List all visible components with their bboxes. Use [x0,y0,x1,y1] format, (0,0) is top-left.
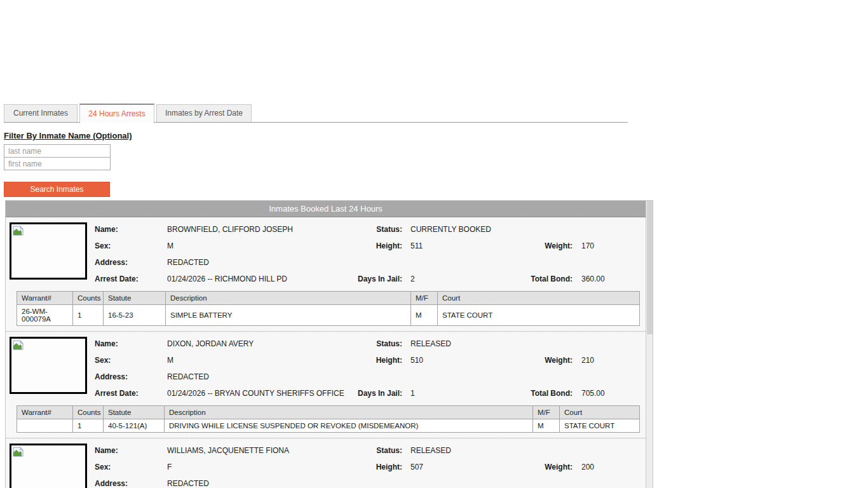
tab-current-inmates[interactable]: Current Inmates [4,104,78,122]
days-in-jail-value: 2 [402,274,522,283]
inmates-panel: Inmates Booked Last 24 Hours Name: BROWN… [5,200,653,488]
arrest-date-label: Arrest Date: [95,389,167,398]
address-value: REDACTED [167,258,350,267]
statute-header: Statute [104,406,165,419]
court-cell: STATE COURT [560,419,640,433]
weight-value: 170 [573,241,642,250]
height-value: 511 [402,241,522,250]
mf-cell: M [411,305,438,326]
search-inmates-button[interactable]: Search Inmates [4,182,110,197]
sex-label: Sex: [95,463,167,471]
filter-title: Filter By Inmate Name (Optional) [4,131,868,140]
counts-cell: 1 [73,419,104,433]
status-label: Status: [350,339,402,348]
address-label: Address: [95,258,167,267]
panel-scrollbar[interactable] [646,201,653,488]
days-in-jail-label: Days In Jail: [350,389,402,398]
height-value: 507 [402,463,522,471]
days-in-jail-label: Days In Jail: [350,274,402,283]
court-header: Court [438,292,640,305]
scrollbar-thumb[interactable] [647,201,653,334]
inmate-photo [10,337,87,394]
warrant-cell [17,419,73,433]
mf-header: M/F [411,292,438,305]
name-label: Name: [95,446,167,455]
court-header: Court [560,406,640,419]
name-value: WILLIAMS, JACQUENETTE FIONA [167,446,350,455]
tab-24-hours-arrests[interactable]: 24 Hours Arrests [79,104,154,123]
description-cell: DRIVING WHILE LICENSE SUSPENDED OR REVOK… [165,419,533,433]
inmate-record: Name: WILLIAMS, JACQUENETTE FIONA Status… [6,438,646,488]
mf-header: M/F [533,406,560,419]
description-cell: SIMPLE BATTERY [166,305,411,326]
description-header: Description [165,406,533,419]
sex-label: Sex: [95,356,167,365]
court-cell: STATE COURT [438,305,640,326]
statute-cell: 40-5-121(A) [104,419,165,433]
tab-strip: Current Inmates 24 Hours Arrests Inmates… [4,104,628,123]
statute-cell: 16-5-23 [104,305,166,326]
address-label: Address: [95,372,167,381]
sex-value: F [167,463,350,471]
counts-cell: 1 [73,305,104,326]
weight-label: Weight: [522,241,573,250]
description-header: Description [166,292,411,305]
address-label: Address: [95,479,167,488]
statute-header: Statute [104,292,166,305]
weight-label: Weight: [522,463,573,471]
status-label: Status: [350,225,402,234]
arrest-date-value: 01/24/2026 -- BRYAN COUNTY SHERIFFS OFFI… [167,389,350,398]
inmates-panel-content: Inmates Booked Last 24 Hours Name: BROWN… [6,201,646,488]
charges-table: Warrant# Counts Statute Description M/F … [17,405,640,433]
address-value: REDACTED [167,479,350,488]
warrant-cell: 26-WM-000079A [17,305,73,326]
inmate-record: Name: DIXON, JORDAN AVERY Status: RELEAS… [6,332,646,438]
counts-header: Counts [73,406,104,419]
total-bond-value: 705.00 [573,389,642,398]
tab-inmates-by-arrest-date[interactable]: Inmates by Arrest Date [156,104,252,122]
broken-image-icon [13,340,24,350]
height-value: 510 [402,356,522,365]
sex-value: M [167,241,350,250]
status-value: CURRENTLY BOOKED [402,225,522,234]
total-bond-value: 360.00 [573,274,642,283]
total-bond-label: Total Bond: [522,389,573,398]
total-bond-label: Total Bond: [522,274,573,283]
weight-value: 200 [573,463,642,471]
warrant-header: Warrant# [17,406,73,419]
charge-row: 1 40-5-121(A) DRIVING WHILE LICENSE SUSP… [17,419,640,433]
weight-label: Weight: [522,356,573,365]
name-value: BROWNFIELD, CLIFFORD JOSEPH [167,225,350,234]
last-name-input[interactable] [4,144,111,158]
arrest-date-value: 01/24/2026 -- RICHMOND HILL PD [167,274,350,283]
broken-image-icon [13,226,24,236]
mf-cell: M [533,419,560,433]
sex-value: M [167,356,350,365]
counts-header: Counts [73,292,104,305]
status-value: RELEASED [402,339,522,348]
days-in-jail-value: 1 [402,389,522,398]
charge-row: 26-WM-000079A 1 16-5-23 SIMPLE BATTERY M… [17,305,640,326]
height-label: Height: [350,463,402,471]
inmate-record: Name: BROWNFIELD, CLIFFORD JOSEPH Status… [6,217,646,332]
panel-title: Inmates Booked Last 24 Hours [6,201,646,217]
charges-header-row: Warrant# Counts Statute Description M/F … [17,292,640,305]
broken-image-icon [13,447,24,457]
address-value: REDACTED [167,372,350,381]
status-label: Status: [350,446,402,455]
charges-table: Warrant# Counts Statute Description M/F … [17,291,640,326]
status-value: RELEASED [402,446,522,455]
weight-value: 210 [573,356,642,365]
first-name-input[interactable] [4,157,111,170]
inmate-photo [10,222,87,280]
height-label: Height: [350,356,402,365]
inmate-photo [10,444,87,488]
name-label: Name: [95,339,167,348]
name-value: DIXON, JORDAN AVERY [167,339,350,348]
name-label: Name: [95,225,167,234]
arrest-date-label: Arrest Date: [95,274,167,283]
charges-header-row: Warrant# Counts Statute Description M/F … [17,406,640,419]
sex-label: Sex: [95,241,167,250]
warrant-header: Warrant# [17,292,73,305]
height-label: Height: [350,241,402,250]
